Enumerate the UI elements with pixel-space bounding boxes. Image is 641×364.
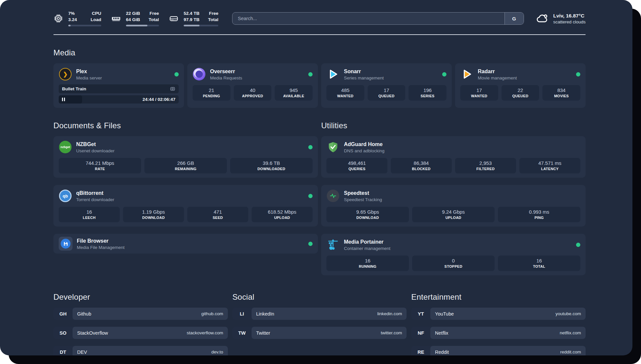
top-bar: 7%CPU 3.24Load 22 GiBFree 64 GiBTotal (53, 11, 586, 26)
section-title-social: Social (232, 292, 407, 302)
link-abbr: NF (411, 327, 430, 339)
section-title-developer: Developer (53, 292, 228, 302)
search-engine-button[interactable]: G (504, 13, 524, 24)
link-github[interactable]: GH Githubgithub.com (53, 308, 228, 320)
link-twitter[interactable]: TW Twittertwitter.com (232, 327, 407, 339)
link-name: Github (77, 311, 91, 317)
search-input[interactable] (232, 13, 504, 24)
link-url: github.com (201, 311, 223, 316)
link-abbr: GH (53, 308, 73, 320)
app-subtitle: DNS and adblocking (344, 148, 384, 153)
link-stackoverflow[interactable]: SO StackOverflowstackoverflow.com (53, 327, 228, 339)
stat-tile: 9.24 GbpsUPLOAD (412, 207, 495, 222)
social-section: Social LI LinkedInlinkedin.com TW Twitte… (232, 292, 407, 355)
link-dev[interactable]: DT DEVdev.to (53, 346, 228, 355)
card-nzbget[interactable]: nzbget NZBGet Usenet downloader 744.21 M… (53, 136, 318, 178)
cpu-load: 3.24 (68, 17, 77, 23)
ram-label-2: Total (149, 17, 159, 23)
link-name: LinkedIn (256, 311, 274, 317)
app-subtitle: Movie management (478, 76, 517, 80)
section-title-media: Media (53, 48, 586, 57)
cpu-percent: 7% (68, 11, 75, 17)
disk-bar (184, 25, 218, 26)
status-dot (576, 72, 580, 76)
pause-button[interactable] (62, 98, 65, 101)
card-filebrowser[interactable]: File Browser Media File Management (53, 234, 318, 254)
section-title-entertainment: Entertainment (411, 292, 586, 302)
link-netflix[interactable]: NF Netflixnetflix.com (411, 327, 586, 339)
cpu-bar (68, 25, 101, 26)
playback-progress-bar[interactable]: 24:44 / 02:06:47 (59, 95, 179, 104)
entertainment-section: Entertainment YT YouTubeyoutube.com NF N… (411, 292, 586, 355)
stat-tile: 39.6 TBDOWNLOADED (230, 158, 313, 173)
overseerr-icon (193, 68, 206, 81)
stat-tile: 16LEECH (59, 207, 120, 222)
card-plex[interactable]: ❯ Plex Media server Bullet Train 24:44 /… (53, 63, 184, 108)
cloud-icon (536, 12, 549, 25)
stat-tile: 22QUEUED (502, 85, 539, 101)
stat-tile: 17WANTED (460, 85, 498, 101)
playback-time: 24:44 / 02:06:47 (142, 97, 179, 102)
disk-label-1: Free (209, 11, 219, 17)
status-dot (308, 145, 313, 149)
link-reddit[interactable]: RE Redditreddit.com (411, 346, 586, 355)
link-youtube[interactable]: YT YouTubeyoutube.com (411, 308, 586, 320)
link-abbr: YT (411, 308, 430, 320)
sonarr-icon (326, 68, 340, 81)
link-name: DEV (77, 349, 87, 355)
card-portainer[interactable]: Media Portainer Container management 16R… (321, 234, 586, 275)
link-abbr: RE (411, 346, 430, 355)
adguard-icon (326, 140, 340, 154)
ram-icon (111, 14, 121, 23)
section-title-documents: Documents & Files (53, 121, 318, 130)
app-subtitle: Speedtest Tracking (344, 197, 382, 202)
status-dot (308, 72, 313, 76)
stat-tile: 9.65 GbpsDOWNLOAD (326, 207, 409, 222)
card-overseerr[interactable]: Overseerr Media Requests 21PENDING 40APP… (187, 63, 318, 108)
filebrowser-icon (59, 237, 73, 251)
status-dot (576, 243, 580, 247)
stat-tile: 40APPROVED (234, 85, 272, 101)
portainer-icon (326, 238, 340, 251)
link-abbr: SO (53, 327, 73, 339)
card-qbittorrent[interactable]: qb qBittorrent Torrent downloader 16LEEC… (53, 185, 318, 227)
app-subtitle: Usenet downloader (76, 148, 114, 153)
link-linkedin[interactable]: LI LinkedInlinkedin.com (232, 308, 407, 320)
search-bar: G (232, 12, 524, 25)
card-adguard[interactable]: AdGuard Home DNS and adblocking 498,461Q… (321, 136, 586, 178)
weather-condition: scattered clouds (553, 19, 586, 24)
cpu-label-2: Load (91, 17, 101, 23)
link-abbr: DT (53, 346, 73, 355)
app-name: NZBGet (76, 141, 114, 148)
card-sonarr[interactable]: Sonarr Series management 485WANTED 17QUE… (321, 63, 452, 108)
stat-tile: 2,953FILTERED (455, 158, 516, 173)
weather-location-temp: Lviv, 16.87°C (553, 13, 586, 19)
link-name: Twitter (256, 330, 270, 336)
card-radarr[interactable]: Radarr Movie management 17WANTED 22QUEUE… (455, 63, 586, 108)
link-abbr: TW (232, 327, 252, 339)
ram-free: 22 GiB (126, 11, 140, 17)
cpu-icon (53, 14, 63, 23)
stat-tile: 485WANTED (326, 85, 364, 101)
stat-tile: 945AVAILABLE (275, 85, 313, 101)
link-url: reddit.com (560, 349, 581, 354)
plex-icon: ❯ (59, 68, 72, 81)
stat-tile: 498,461QUERIES (326, 158, 387, 173)
app-name: Sonarr (344, 68, 384, 75)
status-dot (308, 194, 313, 198)
stat-tile: 16TOTAL (498, 256, 580, 271)
stat-tile: 86,384BLOCKED (391, 158, 452, 173)
stat-tile: 47.571 msLATENCY (519, 158, 580, 173)
cpu-widget: 7%CPU 3.24Load (53, 11, 101, 27)
ram-total: 64 GiB (126, 17, 140, 23)
app-name: AdGuard Home (344, 141, 384, 148)
stat-tile: 21PENDING (193, 85, 230, 101)
app-subtitle: Series management (344, 76, 384, 80)
card-speedtest[interactable]: Speedtest Speedtest Tracking 9.65 GbpsDO… (321, 185, 586, 227)
app-name: Plex (76, 68, 102, 75)
speedtest-icon (326, 189, 340, 202)
app-name: Radarr (478, 68, 517, 75)
now-playing-title: Bullet Train (62, 86, 86, 91)
app-name: File Browser (77, 238, 125, 244)
disk-label-2: Total (208, 17, 218, 23)
